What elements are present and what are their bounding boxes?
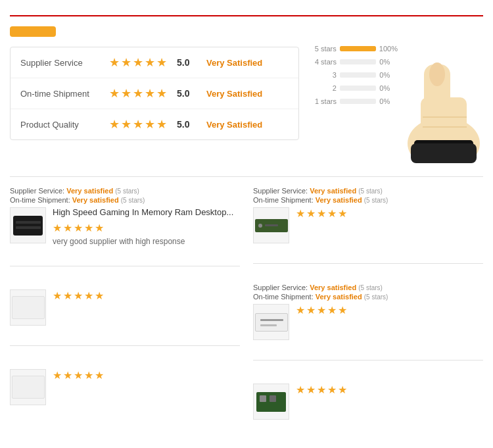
rating-label-0: Supplier Service [20,58,99,68]
right-0-star-0: ★ [296,207,305,220]
ontime-label-right-1: On-time Shipment: [253,293,316,301]
review-product-left-1: ★★★★★ [10,289,240,326]
rating-row-1: On-time Shipment ★★★★★ 5.0 Very Satisfie… [11,78,298,109]
right-1-star-2: ★ [317,304,326,316]
rating-row-0: Supplier Service ★★★★★ 5.0 Very Satisfie… [11,47,298,78]
rating-label-2: Product Quality [20,120,99,130]
product-thumb-left-1 [10,289,46,326]
review-meta-block-right-0: Supplier Service: Very satisfied (5 star… [253,187,483,204]
star-1-3: ★ [145,86,155,101]
ontime-label-left-0: On-time Shipment: [10,196,72,204]
review-item-right-2: ★★★★★ [253,380,483,420]
left-1-star-0: ★ [53,289,62,302]
ontime-stars-right-1: (5 stars) [364,293,388,301]
left-2-star-4: ★ [95,369,104,382]
review-item-left-1: ★★★★★ [10,286,240,326]
supplier-label-left-0: Supplier Service: [10,187,66,195]
review-product-right-1: ★★★★★ [253,304,483,340]
product-stars-right-0: ★★★★★ [296,207,483,220]
supplier-value-left-0: Very satisfied [66,187,113,195]
product-thumb-right-0 [253,207,289,243]
supplier-label-right-1: Supplier Service: [253,284,310,291]
rating-text-1: Very Satisfied [206,89,262,99]
star-2-2: ★ [133,117,143,132]
bar-track-0 [340,46,376,51]
star-2-4: ★ [156,117,167,132]
review-item-right-1: Supplier Service: Very satisfied (5 star… [253,284,483,340]
left-1-star-3: ★ [84,289,93,302]
rating-text-2: Very Satisfied [206,120,262,130]
right-0-star-3: ★ [327,207,337,220]
product-thumb-right-2 [253,384,289,420]
supplier-label-right-0: Supplier Service: [253,187,310,195]
product-thumb-left-2 [10,369,46,405]
thumbs-graphic [385,25,490,163]
star-1-4: ★ [156,86,167,101]
supplier-stars-right-1: (5 stars) [358,284,383,291]
left-1-star-1: ★ [63,289,72,302]
rating-stars-0: ★★★★★ [109,55,167,70]
product-stars-left-2: ★★★★★ [53,369,240,382]
left-2-star-0: ★ [53,369,62,382]
meta-ontime-right-0: On-time Shipment: Very satisfied (5 star… [253,196,483,204]
star-0-3: ★ [145,55,155,70]
review-item-left-0: Supplier Service: Very satisfied (5 star… [10,187,240,246]
left-0-star-3: ★ [84,222,93,234]
product-name-left-0: High Speed Gaming In Memory Ram Desktop.… [53,207,240,218]
product-thumb-right-1 [253,304,289,340]
right-0-star-4: ★ [338,207,347,220]
page-container: Supplier Service ★★★★★ 5.0 Very Satisfie… [0,0,493,430]
review-product-right-0: ★★★★★ [253,207,483,243]
bar-track-4 [340,99,376,104]
left-0-star-0: ★ [53,222,62,234]
rating-label-1: On-time Shipment [20,89,99,99]
star-2-3: ★ [145,117,155,132]
review-product-left-2: ★★★★★ [10,369,240,405]
review-meta-block-right-1: Supplier Service: Very satisfied (5 star… [253,284,483,301]
svg-point-3 [429,62,445,86]
supplier-value-right-0: Very satisfied [310,187,356,195]
left-2-star-3: ★ [84,369,93,382]
left-2-star-2: ★ [74,369,83,382]
product-info-right-2: ★★★★★ [296,384,483,399]
right-2-star-1: ★ [306,384,316,396]
right-2-star-2: ★ [317,384,326,396]
product-stars-right-1: ★★★★★ [296,304,483,316]
rating-score-0: 5.0 [177,57,197,68]
review-item-left-2: ★★★★★ [10,366,240,405]
rating-score-2: 5.0 [177,119,197,130]
bar-track-2 [340,72,376,78]
star-0-1: ★ [121,55,131,70]
left-1-star-2: ★ [74,289,83,302]
rating-stars-2: ★★★★★ [109,117,167,132]
star-2-1: ★ [121,117,131,132]
product-stars-left-0: ★★★★★ [53,222,240,234]
rating-stars-1: ★★★★★ [109,86,167,101]
review-product-left-0: High Speed Gaming In Memory Ram Desktop.… [10,207,240,246]
review-meta-block-left-0: Supplier Service: Very satisfied (5 star… [10,187,240,204]
product-info-left-2: ★★★★★ [53,369,240,384]
bar-fill-0 [340,46,376,51]
bar-label-1: 4 stars [312,58,337,66]
ontime-value-right-1: Very satisfied [316,293,362,301]
star-2-0: ★ [109,117,120,132]
product-info-left-1: ★★★★★ [53,289,240,305]
rating-score-1: 5.0 [177,88,197,99]
overall-score [10,26,299,37]
right-1-star-1: ★ [306,304,316,316]
score-box [10,26,56,37]
reviews-grid: Supplier Service: Very satisfied (5 star… [10,187,483,420]
ontime-value-left-0: Very satisfied [72,196,119,204]
right-2-star-4: ★ [338,384,347,396]
product-stars-left-1: ★★★★★ [53,289,240,302]
rating-text-0: Very Satisfied [206,58,262,68]
meta-ontime-left-0: On-time Shipment: Very satisfied (5 star… [10,196,240,204]
rating-row-2: Product Quality ★★★★★ 5.0 Very Satisfied [11,109,298,139]
right-1-star-3: ★ [327,304,337,316]
product-info-right-0: ★★★★★ [296,207,483,222]
svg-rect-7 [411,143,477,163]
review-col-right: Supplier Service: Very satisfied (5 star… [253,187,483,420]
product-stars-right-2: ★★★★★ [296,384,483,396]
left-panel: Supplier Service ★★★★★ 5.0 Very Satisfie… [10,26,299,163]
bar-label-0: 5 stars [312,45,337,53]
